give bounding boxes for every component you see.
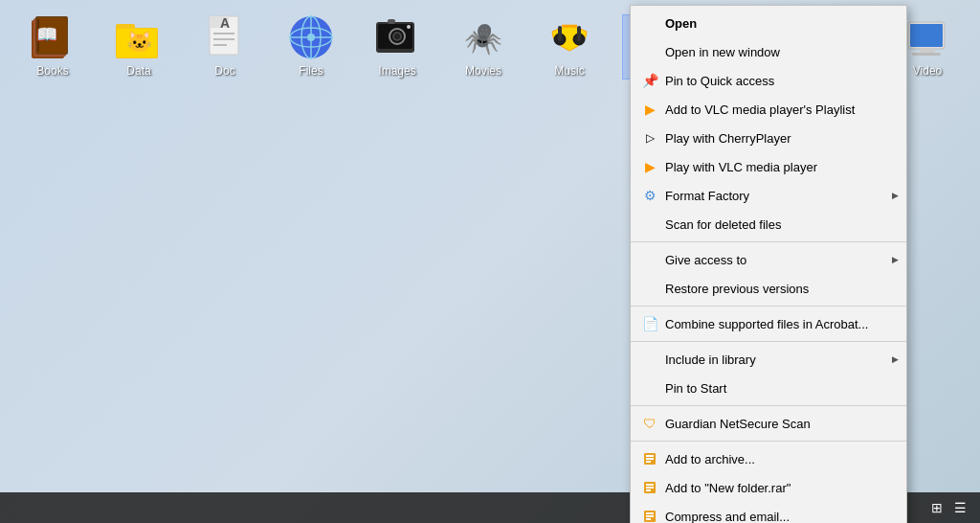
separator-4 — [631, 405, 906, 406]
pin-quick-access-icon: 📌 — [640, 71, 659, 90]
menu-add-archive-text: Add to archive... — [665, 452, 891, 466]
svg-rect-39 — [910, 24, 943, 47]
menu-open-text: Open — [665, 16, 891, 31]
svg-rect-47 — [646, 484, 654, 486]
menu-scan-deleted-text: Scan for deleted files — [665, 217, 891, 232]
menu-pin-start-text: Pin to Start — [665, 381, 891, 396]
pin-start-icon — [640, 378, 659, 398]
separator-1 — [631, 241, 906, 242]
svg-rect-53 — [646, 518, 651, 520]
svg-text:A: A — [220, 15, 230, 31]
menu-add-vlc-text: Add to VLC media player's Playlist — [665, 102, 891, 117]
menu-play-vlc-text: Play with VLC media player — [665, 160, 891, 174]
menu-give-access[interactable]: Give access to — [631, 245, 906, 274]
menu-include-library-text: Include in library — [665, 352, 891, 367]
menu-add-vlc[interactable]: ▶ Add to VLC media player's Playlist — [631, 95, 906, 124]
format-factory-icon: ⚙ — [640, 186, 659, 205]
movies-icon: 🕷️ — [458, 14, 508, 60]
folder-music[interactable]: Music — [536, 14, 603, 78]
menu-guardian-text: Guardian NetSecure Scan — [665, 417, 891, 431]
svg-point-26 — [394, 34, 400, 39]
files-label: Files — [299, 64, 323, 78]
menu-restore-versions-text: Restore previous versions — [665, 282, 891, 296]
folder-images[interactable]: Images — [364, 14, 431, 78]
menu-add-new-folder-rar[interactable]: Add to "New folder.rar" — [631, 473, 906, 502]
context-menu: Open Open in new window 📌 Pin to Quick a… — [630, 5, 907, 523]
video-label: Video — [913, 64, 942, 78]
restore-versions-icon — [640, 279, 659, 298]
svg-rect-52 — [646, 515, 654, 517]
menu-add-new-folder-rar-text: Add to "New folder.rar" — [665, 481, 891, 495]
menu-give-access-text: Give access to — [665, 253, 891, 267]
movies-label: Movies — [465, 64, 501, 78]
svg-rect-49 — [646, 489, 651, 491]
menu-open-new-window-text: Open in new window — [665, 45, 891, 59]
svg-rect-41 — [912, 53, 941, 56]
svg-rect-43 — [646, 455, 654, 457]
vlc-icon: ▶ — [640, 157, 659, 176]
svg-point-21 — [307, 34, 315, 41]
folder-doc[interactable]: A Doc — [191, 14, 258, 78]
svg-rect-27 — [388, 19, 395, 24]
menu-scan-deleted[interactable]: Scan for deleted files — [631, 210, 906, 239]
add-new-folder-rar-icon — [640, 478, 659, 497]
svg-point-28 — [407, 25, 411, 29]
menu-compress-email-text: Compress and email... — [665, 510, 891, 524]
menu-add-archive[interactable]: Add to archive... — [631, 444, 906, 473]
data-icon: 🐱 — [114, 14, 164, 60]
taskbar-grid-view-icon[interactable]: ⊞ — [927, 498, 947, 517]
books-label: Books — [36, 64, 68, 78]
menu-combine-acrobat-text: Combine supported files in Acrobat... — [665, 317, 891, 331]
menu-pin-quick-access[interactable]: 📌 Pin to Quick access — [631, 66, 906, 95]
menu-pin-quick-access-text: Pin to Quick access — [665, 74, 891, 88]
menu-open-new-window[interactable]: Open in new window — [631, 37, 906, 66]
folder-data[interactable]: 🐱 Data — [105, 14, 172, 78]
separator-2 — [631, 306, 906, 307]
menu-include-library[interactable]: Include in library — [631, 345, 906, 374]
menu-guardian[interactable]: 🛡 Guardian NetSecure Scan — [631, 409, 906, 438]
folder-books[interactable]: 📖 Books — [19, 14, 86, 78]
cherry-player-icon: ▷ — [640, 128, 659, 148]
menu-restore-versions[interactable]: Restore previous versions — [631, 274, 906, 303]
music-icon — [545, 14, 594, 60]
taskbar-view-icons: ⊞ ☰ — [927, 498, 970, 517]
menu-open[interactable]: Open — [631, 9, 906, 37]
menu-pin-start[interactable]: Pin to Start — [631, 374, 906, 402]
menu-format-factory[interactable]: ⚙ Format Factory — [631, 181, 906, 210]
separator-5 — [631, 441, 906, 442]
menu-open-icon — [640, 13, 659, 33]
svg-text:📖: 📖 — [36, 24, 58, 45]
menu-play-cherry[interactable]: ▷ Play with CherryPlayer — [631, 124, 906, 152]
menu-open-new-window-icon — [640, 42, 659, 61]
svg-rect-48 — [646, 487, 654, 489]
svg-rect-32 — [558, 26, 562, 41]
compress-email-icon — [640, 507, 659, 523]
add-archive-icon — [640, 449, 659, 468]
svg-rect-45 — [646, 461, 651, 463]
files-icon — [286, 14, 336, 60]
folder-movies[interactable]: 🕷️ Movies — [450, 14, 517, 78]
vlc-playlist-icon: ▶ — [640, 100, 659, 119]
svg-rect-44 — [646, 458, 654, 460]
guardian-icon: 🛡 — [640, 414, 659, 433]
desktop: 📖 Books 🐱 Data — [0, 0, 980, 523]
menu-play-vlc[interactable]: ▶ Play with VLC media player — [631, 152, 906, 181]
menu-play-cherry-text: Play with CherryPlayer — [665, 131, 891, 146]
music-label: Music — [554, 64, 584, 78]
doc-icon: A — [200, 14, 250, 60]
scan-deleted-icon — [640, 215, 659, 234]
svg-rect-33 — [577, 26, 581, 41]
menu-combine-acrobat[interactable]: 📄 Combine supported files in Acrobat... — [631, 309, 906, 338]
doc-label: Doc — [214, 64, 234, 78]
images-icon — [372, 14, 422, 60]
svg-text:🕷️: 🕷️ — [464, 20, 502, 57]
video-icon — [902, 14, 952, 60]
data-label: Data — [126, 64, 150, 78]
folder-files[interactable]: Files — [278, 14, 345, 78]
include-library-icon — [640, 350, 659, 369]
separator-3 — [631, 341, 906, 342]
books-icon: 📖 — [28, 14, 78, 60]
give-access-icon — [640, 250, 659, 269]
taskbar-list-view-icon[interactable]: ☰ — [950, 498, 970, 517]
menu-compress-email[interactable]: Compress and email... — [631, 502, 906, 523]
